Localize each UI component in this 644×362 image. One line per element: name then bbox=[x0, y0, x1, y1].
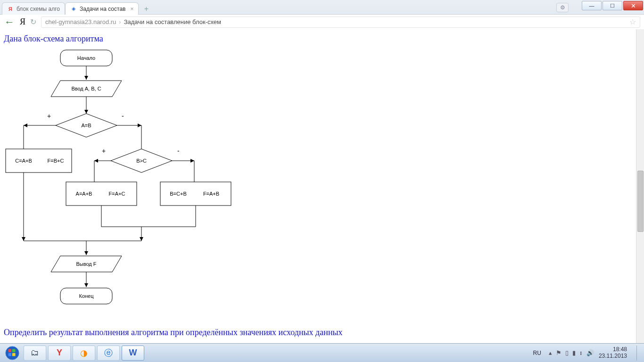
breadcrumb-sep-icon: › bbox=[119, 18, 121, 25]
task-word-button[interactable]: W bbox=[122, 346, 144, 361]
word-icon: W bbox=[129, 348, 137, 358]
wifi-icon[interactable]: ⫾ bbox=[579, 349, 583, 356]
flowchart-diagram: Начало Ввод A, B, C A=B + - C=A+B F=B+C … bbox=[0, 48, 264, 326]
show-desktop-button[interactable] bbox=[636, 346, 641, 361]
svg-point-27 bbox=[6, 346, 19, 359]
flow-box-right-a: B=C+B bbox=[170, 191, 186, 197]
favicon-site-icon: ◈ bbox=[70, 6, 77, 12]
gear-icon: ⚙ bbox=[560, 4, 565, 11]
new-tab-button[interactable]: + bbox=[140, 4, 152, 14]
window-maximize-button[interactable]: ☐ bbox=[603, 1, 622, 10]
arrow-left-icon: ← bbox=[4, 16, 15, 28]
windows-taskbar: 🗂 Y ◑ ⓔ W RU ▴ ⚑ ▯ ▮ ⫾ 🔊 18:48 23.11.201… bbox=[0, 343, 644, 362]
battery-icon[interactable]: ▯ bbox=[565, 349, 569, 356]
language-indicator[interactable]: RU bbox=[530, 350, 544, 356]
address-bar[interactable]: chel-gymnasia23.narod.ru › Задачи на сос… bbox=[41, 16, 640, 28]
clock-date: 23.11.2013 bbox=[599, 353, 627, 359]
flag-icon[interactable]: ⚑ bbox=[556, 349, 561, 356]
flow-box-left-b: F=B+C bbox=[48, 158, 64, 164]
back-button[interactable]: ← bbox=[4, 16, 15, 28]
browser-chrome: Я блок схемы алго ◈ Задачи на состав × +… bbox=[0, 0, 644, 29]
clock-time: 18:48 bbox=[599, 346, 627, 353]
flow-box-mid-b: F=A+C bbox=[109, 191, 125, 197]
minus-sign-icon: - bbox=[122, 112, 124, 120]
flow-node-input: Ввод A, B, C bbox=[71, 86, 101, 91]
flow-box-mid-a: A=A+B bbox=[76, 191, 92, 197]
system-tray: RU ▴ ⚑ ▯ ▮ ⫾ 🔊 18:48 23.11.2013 bbox=[530, 346, 641, 361]
svg-rect-31 bbox=[12, 353, 16, 356]
page-title: Дана блок-схема алгоритма bbox=[0, 29, 644, 48]
browser-menu-button[interactable]: ⚙ bbox=[556, 3, 569, 12]
ie-icon: ⓔ bbox=[104, 347, 113, 359]
flow-box-right-b: F=A+B bbox=[203, 191, 219, 197]
flow-node-end: Конец bbox=[79, 293, 94, 299]
task-ie-button[interactable]: ⓔ bbox=[97, 346, 120, 361]
minus-sign-icon: - bbox=[177, 147, 180, 155]
task-media-player-button[interactable]: ◑ bbox=[73, 346, 95, 361]
yandex-icon: Y bbox=[57, 348, 62, 358]
tab-label: Задачи на состав bbox=[80, 6, 125, 12]
tab-strip: Я блок схемы алго ◈ Задачи на состав × + bbox=[0, 0, 644, 14]
window-controls: — ☐ ✕ bbox=[582, 1, 643, 10]
favicon-yandex-icon: Я bbox=[7, 6, 14, 12]
flow-node-start: Начало bbox=[77, 55, 95, 61]
yandex-home-button[interactable]: Я bbox=[20, 17, 25, 27]
taskbar-clock[interactable]: 18:48 23.11.2013 bbox=[599, 346, 629, 359]
vertical-scrollbar[interactable] bbox=[636, 29, 644, 343]
scroll-thumb[interactable] bbox=[637, 171, 644, 232]
page-subheading: Определить результат выполнения алгоритм… bbox=[4, 328, 343, 337]
bookmark-star-icon[interactable]: ☆ bbox=[629, 17, 636, 26]
task-yandex-browser-button[interactable]: Y bbox=[48, 346, 71, 361]
window-minimize-button[interactable]: — bbox=[582, 1, 602, 10]
svg-rect-30 bbox=[8, 353, 12, 356]
plus-sign-icon: + bbox=[102, 147, 106, 155]
flow-node-cond2: B>C bbox=[136, 158, 147, 164]
url-breadcrumb: Задачи на составление блок-схем bbox=[124, 18, 221, 25]
media-player-icon: ◑ bbox=[80, 348, 88, 358]
page-viewport: Дана блок-схема алгоритма Начало Ввод A,… bbox=[0, 29, 644, 343]
folder-icon: 🗂 bbox=[31, 348, 39, 358]
svg-rect-28 bbox=[8, 349, 12, 352]
tab-close-icon[interactable]: × bbox=[130, 6, 133, 12]
maximize-icon: ☐ bbox=[610, 3, 615, 9]
task-explorer-button[interactable]: 🗂 bbox=[24, 346, 46, 361]
plus-sign-icon: + bbox=[47, 112, 51, 120]
flow-node-output: Вывод F bbox=[76, 261, 96, 267]
minimize-icon: — bbox=[589, 3, 594, 8]
network-icon[interactable]: ▮ bbox=[572, 349, 576, 356]
window-close-button[interactable]: ✕ bbox=[623, 1, 643, 10]
flow-box-left-a: C=A+B bbox=[15, 158, 32, 164]
tray-up-icon[interactable]: ▴ bbox=[549, 349, 552, 356]
tray-icons: ▴ ⚑ ▯ ▮ ⫾ 🔊 bbox=[549, 349, 594, 356]
reload-button[interactable]: ↻ bbox=[30, 17, 36, 26]
start-button[interactable] bbox=[3, 346, 22, 361]
close-icon: ✕ bbox=[631, 2, 636, 9]
volume-icon[interactable]: 🔊 bbox=[586, 349, 594, 356]
svg-rect-29 bbox=[12, 349, 16, 352]
browser-tab-2[interactable]: ◈ Задачи на состав × bbox=[65, 2, 139, 15]
flow-node-cond1: A=B bbox=[81, 123, 91, 128]
address-toolbar: ← Я ↻ chel-gymnasia23.narod.ru › Задачи … bbox=[0, 14, 644, 29]
reload-icon: ↻ bbox=[30, 18, 36, 26]
browser-tab-1[interactable]: Я блок схемы алго bbox=[2, 2, 65, 15]
tab-label: блок схемы алго bbox=[17, 6, 60, 12]
url-host: chel-gymnasia23.narod.ru bbox=[45, 18, 116, 25]
windows-logo-icon bbox=[5, 346, 19, 360]
